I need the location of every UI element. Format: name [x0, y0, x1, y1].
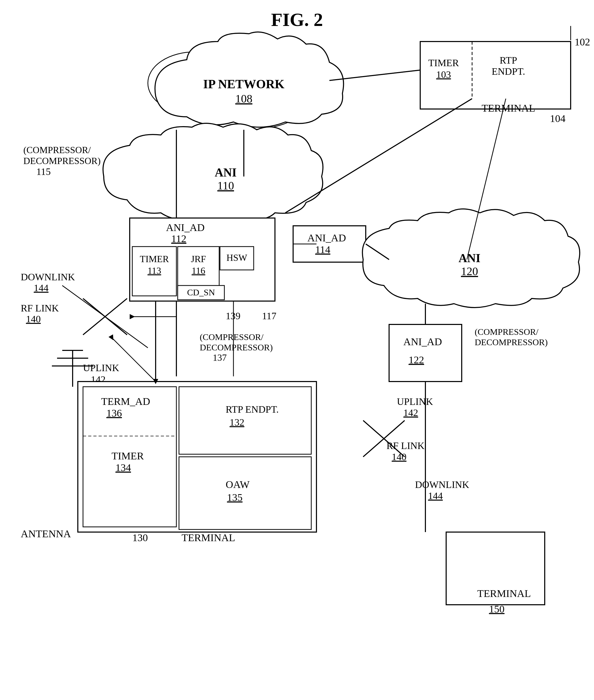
term-ad-136-number: 136 — [106, 407, 122, 419]
ip-network-number: 108 — [235, 92, 253, 105]
terminal-104-number: 104 — [550, 113, 565, 124]
compressor-right-label: (COMPRESSOR/ DECOMPRESSOR) — [475, 327, 548, 347]
terminal-102-box: TIMER 103 RTP ENDPT. 102 TERMINAL 104 — [420, 26, 590, 124]
svg-text:137: 137 — [213, 352, 227, 363]
svg-text:140: 140 — [26, 314, 41, 324]
rf-link-140-right-label: RF LINK 140 — [387, 440, 425, 462]
terminal-150-label: TERMINAL — [477, 587, 531, 599]
terminal-130-label: TERMINAL — [182, 532, 235, 543]
uplink-142-right-label: UPLINK 142 — [397, 396, 433, 418]
rtp-endpt-102-label: RTP — [500, 55, 517, 66]
compressor-115-label: (COMPRESSOR/ DECOMPRESSOR) 115 — [23, 145, 101, 177]
svg-text:DOWNLINK: DOWNLINK — [21, 272, 75, 282]
rf-link-right-arrow — [363, 420, 405, 457]
svg-rect-34 — [179, 457, 311, 530]
svg-text:DECOMPRESSOR): DECOMPRESSOR) — [23, 156, 101, 166]
num-130: 130 — [132, 532, 148, 543]
ani-ad-114-number: 114 — [315, 244, 330, 255]
timer-103-number: 103 — [436, 69, 451, 80]
timer-134-number: 134 — [116, 462, 131, 473]
svg-text:144: 144 — [428, 490, 443, 501]
ani-ad-112-number: 112 — [171, 233, 187, 245]
svg-text:142: 142 — [403, 407, 418, 418]
svg-rect-40 — [389, 324, 462, 382]
svg-text:(COMPRESSOR/: (COMPRESSOR/ — [200, 332, 264, 342]
ani-120-cloud: ANI 120 — [362, 209, 580, 308]
svg-text:115: 115 — [36, 166, 51, 177]
page-title: FIG. 2 — [271, 9, 323, 30]
term-ad-136-outer-box: TERM_AD 136 TIMER 134 RTP ENDPT. 132 OAW… — [78, 382, 317, 532]
oaw-135-number: 135 — [227, 491, 242, 503]
ani-ad-114-label: ANI_AD — [307, 232, 346, 244]
ani-ad-112-label: ANI_AD — [166, 222, 205, 233]
ip-network-cloud: IP NETWORK 108 — [148, 32, 343, 130]
jrf-116-number: 116 — [192, 265, 205, 276]
ani-ad-112-box: ANI_AD 112 TIMER 113 JRF 116 HSW CD_SN — [130, 218, 275, 301]
hsw-label: HSW — [226, 253, 247, 263]
rtp-endpt-102-label2: ENDPT. — [492, 66, 525, 77]
svg-text:ANTENNA: ANTENNA — [21, 528, 71, 540]
compressor-137-label: (COMPRESSOR/ DECOMPRESSOR) 137 — [200, 332, 273, 363]
timer-113-number: 113 — [147, 265, 161, 276]
svg-text:144: 144 — [34, 282, 48, 293]
ani-110-number: 110 — [218, 179, 234, 192]
ani-ad-122-box: ANI_AD 122 — [389, 324, 462, 382]
rtp-endpt-132-label: RTP ENDPT. — [226, 404, 279, 415]
timer-113-label: TIMER — [140, 254, 169, 264]
term-ad-136-label: TERM_AD — [101, 395, 150, 407]
ani-ad-122-label: ANI_AD — [403, 336, 442, 348]
svg-text:(COMPRESSOR/: (COMPRESSOR/ — [475, 327, 538, 337]
jrf-116-label: JRF — [191, 254, 206, 264]
rf-link-140-left-label: RF LINK 140 — [21, 303, 59, 324]
terminal-102-num: 102 — [574, 36, 590, 48]
oaw-135-label: OAW — [226, 479, 250, 490]
downlink-144-right-label: DOWNLINK 144 — [415, 479, 469, 501]
rtp-endpt-132-number: 132 — [230, 417, 244, 428]
svg-text:RF LINK: RF LINK — [21, 303, 59, 314]
svg-text:DECOMPRESSOR): DECOMPRESSOR) — [200, 343, 273, 352]
downlink-144-left-label: DOWNLINK 144 — [21, 272, 75, 293]
ip-network-label: IP NETWORK — [203, 77, 284, 91]
ani-ad-122-number: 122 — [408, 354, 424, 366]
terminal-150-box: TERMINAL 150 — [446, 532, 545, 615]
arrow-left — [130, 314, 135, 319]
num-117: 117 — [262, 311, 276, 321]
ipnet-terminal102 — [329, 70, 420, 81]
svg-text:DECOMPRESSOR): DECOMPRESSOR) — [475, 338, 548, 347]
svg-rect-33 — [179, 387, 311, 454]
svg-text:(COMPRESSOR/: (COMPRESSOR/ — [23, 145, 91, 155]
svg-text:UPLINK: UPLINK — [397, 396, 433, 407]
terminal-150-number: 150 — [489, 603, 504, 615]
ani-120-number: 120 — [461, 265, 478, 278]
terminal-102-label: TERMINAL — [482, 102, 535, 114]
timer-103-label: TIMER — [428, 57, 459, 68]
ani-110-label: ANI — [215, 166, 237, 179]
ani-120-label: ANI — [459, 252, 481, 265]
svg-text:DOWNLINK: DOWNLINK — [415, 479, 469, 490]
uplink-line-left — [111, 338, 156, 382]
timer-134-label: TIMER — [111, 450, 144, 462]
cd-sn-label: CD_SN — [187, 288, 215, 297]
ani-110-cloud: ANI 110 — [103, 123, 323, 222]
svg-text:UPLINK: UPLINK — [83, 362, 119, 373]
